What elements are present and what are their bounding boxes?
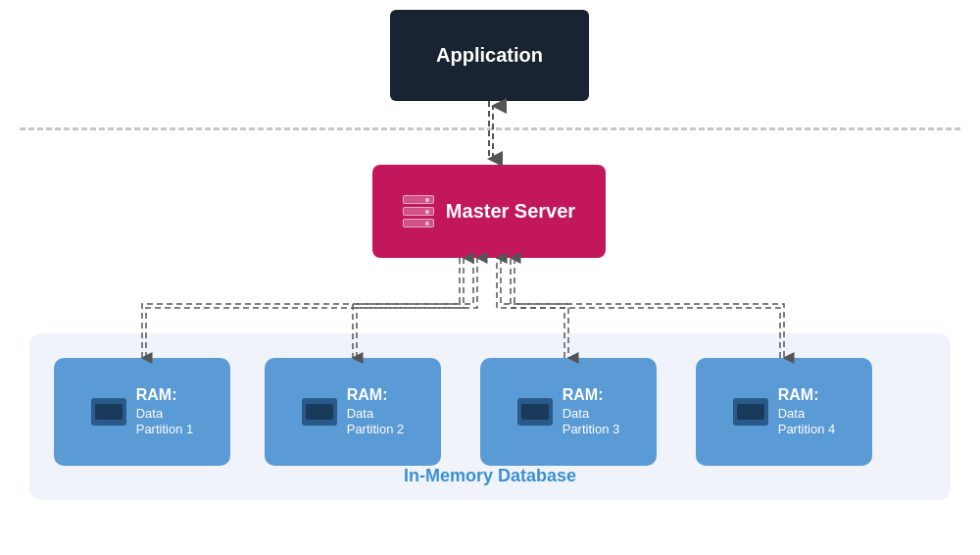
ram-partition-3: RAM: DataPartition 3 [480, 358, 657, 466]
application-box: Application [390, 10, 589, 101]
ram-text-1: RAM: DataPartition 1 [136, 385, 194, 439]
ram-sub-4: DataPartition 4 [778, 406, 836, 439]
ram-sub-3: DataPartition 3 [563, 406, 620, 439]
ram-title-2: RAM: [347, 385, 405, 406]
ram-sub-2: DataPartition 2 [347, 406, 405, 439]
ram-partition-1: RAM: DataPartition 1 [54, 358, 230, 466]
application-label: Application [436, 44, 543, 67]
ram-title-4: RAM: [778, 385, 836, 406]
ram-text-2: RAM: DataPartition 2 [347, 385, 405, 439]
ram-text-3: RAM: DataPartition 3 [563, 385, 620, 439]
server-row-2 [403, 207, 434, 216]
dashed-separator [20, 127, 960, 130]
ram-partition-4: RAM: DataPartition 4 [696, 358, 872, 466]
server-icon [403, 194, 434, 229]
inmem-label: In-Memory Database [29, 466, 951, 486]
ram-chip-icon-3 [517, 398, 553, 426]
ram-chip-icon-2 [302, 398, 337, 426]
ram-partition-2: RAM: DataPartition 2 [265, 358, 441, 466]
server-row-1 [403, 195, 434, 204]
ram-text-4: RAM: DataPartition 4 [778, 385, 836, 439]
ram-chip-icon-4 [733, 398, 768, 426]
ram-title-3: RAM: [563, 385, 620, 406]
server-row-3 [403, 219, 434, 227]
ram-title-1: RAM: [136, 385, 194, 406]
master-server-box: Master Server [372, 165, 606, 258]
master-server-label: Master Server [446, 200, 575, 223]
diagram-container: In-Memory Database Application Master Se… [0, 0, 980, 555]
ram-chip-icon-1 [91, 398, 126, 426]
ram-sub-1: DataPartition 1 [136, 406, 194, 439]
